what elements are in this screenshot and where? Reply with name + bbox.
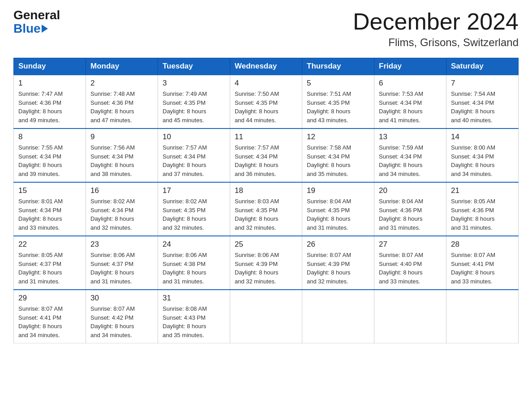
week-row-5: 29 Sunrise: 8:07 AM Sunset: 4:41 PM Dayl… xyxy=(14,290,519,343)
day-number: 17 xyxy=(163,186,225,195)
day-number: 28 xyxy=(451,240,514,249)
day-number: 22 xyxy=(18,240,81,249)
day-cell-1: 1 Sunrise: 7:47 AM Sunset: 4:36 PM Dayli… xyxy=(14,75,86,128)
day-cell-14: 14 Sunrise: 8:00 AM Sunset: 4:34 PM Dayl… xyxy=(446,128,519,182)
weekday-header-sunday: Sunday xyxy=(14,58,86,75)
day-info: Sunrise: 7:56 AM Sunset: 4:34 PM Dayligh… xyxy=(90,143,153,178)
day-cell-10: 10 Sunrise: 7:57 AM Sunset: 4:34 PM Dayl… xyxy=(158,128,230,182)
day-info: Sunrise: 8:02 AM Sunset: 4:34 PM Dayligh… xyxy=(90,197,153,232)
day-info: Sunrise: 8:06 AM Sunset: 4:38 PM Dayligh… xyxy=(163,251,225,286)
day-info: Sunrise: 7:47 AM Sunset: 4:36 PM Dayligh… xyxy=(18,90,81,124)
day-cell-29: 29 Sunrise: 8:07 AM Sunset: 4:41 PM Dayl… xyxy=(14,290,86,343)
day-info: Sunrise: 8:07 AM Sunset: 4:42 PM Dayligh… xyxy=(90,304,153,339)
empty-cell xyxy=(374,290,446,343)
day-cell-16: 16 Sunrise: 8:02 AM Sunset: 4:34 PM Dayl… xyxy=(86,182,158,236)
day-number: 5 xyxy=(307,79,369,88)
logo-triangle-icon xyxy=(42,25,48,33)
day-number: 3 xyxy=(163,79,225,88)
day-number: 10 xyxy=(163,133,225,141)
weekday-header-thursday: Thursday xyxy=(302,58,374,75)
day-cell-15: 15 Sunrise: 8:01 AM Sunset: 4:34 PM Dayl… xyxy=(14,182,86,236)
day-cell-27: 27 Sunrise: 8:07 AM Sunset: 4:40 PM Dayl… xyxy=(374,236,446,290)
day-number: 8 xyxy=(18,133,81,141)
day-number: 21 xyxy=(451,186,514,195)
page-header: General Blue December 2024 Flims, Grison… xyxy=(13,9,519,49)
day-cell-21: 21 Sunrise: 8:05 AM Sunset: 4:36 PM Dayl… xyxy=(446,182,519,236)
day-cell-9: 9 Sunrise: 7:56 AM Sunset: 4:34 PM Dayli… xyxy=(86,128,158,182)
month-title: December 2024 xyxy=(353,9,519,34)
day-cell-30: 30 Sunrise: 8:07 AM Sunset: 4:42 PM Dayl… xyxy=(86,290,158,343)
day-info: Sunrise: 8:08 AM Sunset: 4:43 PM Dayligh… xyxy=(163,304,225,339)
day-number: 12 xyxy=(307,133,369,141)
day-cell-5: 5 Sunrise: 7:51 AM Sunset: 4:35 PM Dayli… xyxy=(302,75,374,128)
day-info: Sunrise: 8:07 AM Sunset: 4:41 PM Dayligh… xyxy=(451,251,514,286)
weekday-header-tuesday: Tuesday xyxy=(158,58,230,75)
weekday-header-monday: Monday xyxy=(86,58,158,75)
day-info: Sunrise: 7:49 AM Sunset: 4:35 PM Dayligh… xyxy=(163,90,225,124)
weekday-header-friday: Friday xyxy=(374,58,446,75)
day-cell-25: 25 Sunrise: 8:06 AM Sunset: 4:39 PM Dayl… xyxy=(230,236,302,290)
day-number: 24 xyxy=(163,240,225,249)
weekday-header-saturday: Saturday xyxy=(446,58,519,75)
title-block: December 2024 Flims, Grisons, Switzerlan… xyxy=(353,9,519,49)
day-cell-7: 7 Sunrise: 7:54 AM Sunset: 4:34 PM Dayli… xyxy=(446,75,519,128)
day-cell-28: 28 Sunrise: 8:07 AM Sunset: 4:41 PM Dayl… xyxy=(446,236,519,290)
day-number: 27 xyxy=(379,240,442,249)
day-cell-31: 31 Sunrise: 8:08 AM Sunset: 4:43 PM Dayl… xyxy=(158,290,230,343)
day-number: 2 xyxy=(90,79,153,88)
day-number: 26 xyxy=(307,240,369,249)
day-number: 29 xyxy=(18,294,81,303)
day-number: 18 xyxy=(235,186,297,195)
day-info: Sunrise: 7:51 AM Sunset: 4:35 PM Dayligh… xyxy=(307,90,369,124)
day-info: Sunrise: 8:05 AM Sunset: 4:36 PM Dayligh… xyxy=(451,197,514,232)
weekday-header-wednesday: Wednesday xyxy=(230,58,302,75)
day-number: 14 xyxy=(451,133,514,141)
week-row-2: 8 Sunrise: 7:55 AM Sunset: 4:34 PM Dayli… xyxy=(14,128,519,182)
day-info: Sunrise: 8:05 AM Sunset: 4:37 PM Dayligh… xyxy=(18,251,81,286)
day-info: Sunrise: 8:07 AM Sunset: 4:41 PM Dayligh… xyxy=(18,304,81,339)
week-row-1: 1 Sunrise: 7:47 AM Sunset: 4:36 PM Dayli… xyxy=(14,75,519,128)
day-info: Sunrise: 7:50 AM Sunset: 4:35 PM Dayligh… xyxy=(235,90,297,124)
week-row-4: 22 Sunrise: 8:05 AM Sunset: 4:37 PM Dayl… xyxy=(14,236,519,290)
empty-cell xyxy=(230,290,302,343)
day-info: Sunrise: 7:57 AM Sunset: 4:34 PM Dayligh… xyxy=(235,143,297,178)
day-cell-3: 3 Sunrise: 7:49 AM Sunset: 4:35 PM Dayli… xyxy=(158,75,230,128)
day-number: 4 xyxy=(235,79,297,88)
day-cell-2: 2 Sunrise: 7:48 AM Sunset: 4:36 PM Dayli… xyxy=(86,75,158,128)
day-cell-26: 26 Sunrise: 8:07 AM Sunset: 4:39 PM Dayl… xyxy=(302,236,374,290)
day-number: 9 xyxy=(90,133,153,141)
day-info: Sunrise: 8:03 AM Sunset: 4:35 PM Dayligh… xyxy=(235,197,297,232)
location-title: Flims, Grisons, Switzerland xyxy=(353,36,519,49)
empty-cell xyxy=(302,290,374,343)
day-number: 13 xyxy=(379,133,442,141)
day-info: Sunrise: 8:06 AM Sunset: 4:37 PM Dayligh… xyxy=(90,251,153,286)
logo-blue-text: Blue xyxy=(13,21,41,36)
day-number: 31 xyxy=(163,294,225,303)
day-number: 30 xyxy=(90,294,153,303)
day-cell-22: 22 Sunrise: 8:05 AM Sunset: 4:37 PM Dayl… xyxy=(14,236,86,290)
day-info: Sunrise: 7:58 AM Sunset: 4:34 PM Dayligh… xyxy=(307,143,369,178)
day-number: 11 xyxy=(235,133,297,141)
day-number: 25 xyxy=(235,240,297,249)
day-number: 15 xyxy=(18,186,81,195)
day-cell-24: 24 Sunrise: 8:06 AM Sunset: 4:38 PM Dayl… xyxy=(158,236,230,290)
weekday-header-row: SundayMondayTuesdayWednesdayThursdayFrid… xyxy=(14,58,519,75)
day-info: Sunrise: 7:53 AM Sunset: 4:34 PM Dayligh… xyxy=(379,90,442,124)
day-info: Sunrise: 7:48 AM Sunset: 4:36 PM Dayligh… xyxy=(90,90,153,124)
day-cell-8: 8 Sunrise: 7:55 AM Sunset: 4:34 PM Dayli… xyxy=(14,128,86,182)
day-cell-6: 6 Sunrise: 7:53 AM Sunset: 4:34 PM Dayli… xyxy=(374,75,446,128)
day-cell-18: 18 Sunrise: 8:03 AM Sunset: 4:35 PM Dayl… xyxy=(230,182,302,236)
week-row-3: 15 Sunrise: 8:01 AM Sunset: 4:34 PM Dayl… xyxy=(14,182,519,236)
empty-cell xyxy=(446,290,519,343)
day-number: 6 xyxy=(379,79,442,88)
day-info: Sunrise: 8:04 AM Sunset: 4:35 PM Dayligh… xyxy=(307,197,369,232)
day-info: Sunrise: 8:04 AM Sunset: 4:36 PM Dayligh… xyxy=(379,197,442,232)
day-info: Sunrise: 8:07 AM Sunset: 4:39 PM Dayligh… xyxy=(307,251,369,286)
day-cell-11: 11 Sunrise: 7:57 AM Sunset: 4:34 PM Dayl… xyxy=(230,128,302,182)
day-number: 7 xyxy=(451,79,514,88)
day-info: Sunrise: 8:06 AM Sunset: 4:39 PM Dayligh… xyxy=(235,251,297,286)
day-info: Sunrise: 8:01 AM Sunset: 4:34 PM Dayligh… xyxy=(18,197,81,232)
day-info: Sunrise: 7:54 AM Sunset: 4:34 PM Dayligh… xyxy=(451,90,514,124)
calendar-table: SundayMondayTuesdayWednesdayThursdayFrid… xyxy=(13,58,519,343)
day-info: Sunrise: 8:02 AM Sunset: 4:35 PM Dayligh… xyxy=(163,197,225,232)
